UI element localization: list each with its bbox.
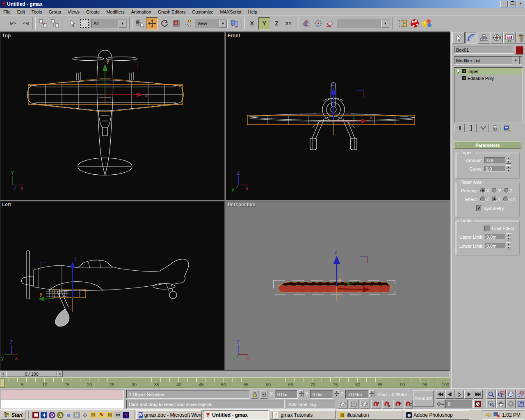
viewport-top-label[interactable]: Top	[2, 33, 11, 39]
track-bar[interactable]: 5101520253035404550556065707580859095100	[0, 377, 450, 388]
tab-utilities[interactable]	[516, 32, 525, 43]
limit-effect-checkbox[interactable]	[484, 226, 490, 231]
arc-rotate-button[interactable]	[506, 399, 516, 408]
track-view-button[interactable]	[324, 18, 336, 30]
lower-limit-field[interactable]: 0.0m	[485, 243, 505, 249]
rectangular-selection-button[interactable]	[79, 18, 90, 30]
left-viewport-canvas[interactable]: z y Z y x	[0, 201, 224, 370]
remove-modifier-button[interactable]	[490, 124, 500, 132]
material-editor-button[interactable]	[409, 18, 420, 30]
effect-z-radio[interactable]	[480, 196, 486, 202]
primary-z-radio[interactable]	[504, 188, 509, 193]
expand-icon[interactable]: +	[462, 76, 466, 80]
current-frame-marker[interactable]	[0, 378, 5, 388]
selection-filter-dropdown[interactable]: All ▼	[91, 19, 127, 28]
menu-item[interactable]: File	[0, 9, 14, 15]
select-and-manipulate-button[interactable]	[183, 18, 194, 30]
pin-stack-button[interactable]	[454, 124, 465, 132]
undo-button[interactable]	[8, 18, 19, 30]
snap-toggle-button[interactable]: 3	[371, 400, 381, 409]
render-button[interactable]	[421, 18, 432, 30]
pan-button[interactable]	[496, 399, 506, 408]
next-frame-button[interactable]	[464, 390, 473, 399]
play-button[interactable]	[455, 390, 464, 399]
spinner-snap-button[interactable]	[404, 400, 413, 409]
effect-y-radio[interactable]	[492, 196, 497, 202]
unlink-button[interactable]	[49, 18, 60, 30]
use-pivot-center-button[interactable]	[229, 18, 240, 30]
tray-clock[interactable]: 1:02 PM	[502, 412, 520, 418]
move-gizmo[interactable]: z y	[38, 256, 77, 312]
menu-item[interactable]: Group	[45, 9, 64, 15]
y-spinner[interactable]: ▲▼	[334, 390, 339, 397]
menu-item[interactable]: Views	[64, 9, 83, 15]
time-slider[interactable]: < 0 / 100 >	[0, 370, 450, 377]
object-name-field[interactable]: Box01	[454, 46, 513, 54]
select-and-move-button[interactable]	[146, 17, 158, 30]
tab-display[interactable]	[503, 32, 516, 43]
menu-item[interactable]: Create	[83, 9, 103, 15]
x-coord-field[interactable]: 0.0m	[275, 390, 298, 399]
front-viewport-canvas[interactable]: z x Z x y	[226, 32, 450, 200]
quicklaunch-folder-edit-icon[interactable]: ✎	[98, 412, 105, 418]
restrict-x-button[interactable]: X	[247, 18, 258, 30]
named-selection-dropdown[interactable]: ▼	[337, 19, 390, 28]
restrict-z-button[interactable]: Z	[271, 18, 282, 30]
quicklaunch-computer-icon[interactable]: ⌸	[73, 412, 80, 418]
angle-snap-button[interactable]	[382, 400, 392, 409]
tab-motion[interactable]	[491, 32, 503, 43]
stack-item-editable-poly[interactable]: + Editable Poly	[454, 75, 523, 82]
y-coord-field[interactable]: 0.0m	[310, 390, 333, 399]
select-by-name-button[interactable]	[134, 18, 145, 30]
redo-button[interactable]	[20, 18, 31, 30]
primary-y-radio[interactable]	[492, 188, 497, 193]
maximize-button[interactable]	[509, 1, 516, 7]
symmetry-checkbox[interactable]: ✓	[476, 205, 482, 211]
amount-field[interactable]: -0.9	[484, 157, 505, 163]
move-gizmo[interactable]: z y x	[333, 249, 374, 301]
tab-modify[interactable]	[465, 32, 477, 43]
previous-frame-button[interactable]	[445, 390, 454, 399]
quicklaunch-circle-o-icon[interactable]: O	[49, 412, 55, 418]
viewport-front-label[interactable]: Front	[228, 33, 240, 39]
primary-x-radio[interactable]	[480, 188, 486, 193]
current-frame-field[interactable]: 0	[445, 400, 472, 408]
named-selection-sets-button[interactable]	[397, 18, 408, 30]
animate-button[interactable]: Animate	[413, 390, 434, 407]
quicklaunch-cube-icon[interactable]: ◇	[82, 412, 88, 418]
select-link-button[interactable]	[37, 18, 48, 30]
select-object-button[interactable]	[67, 18, 78, 30]
task-illustration[interactable]: ▤ illustration	[337, 410, 402, 420]
viewport-perspective[interactable]: Perspective z y x	[226, 201, 450, 370]
maxscript-mini-listener[interactable]	[1, 390, 124, 409]
make-unique-button[interactable]	[478, 124, 488, 132]
quicklaunch-ie-icon[interactable]: e	[65, 412, 72, 418]
start-button[interactable]: Start	[1, 410, 25, 420]
upper-limit-spinner[interactable]: ▲▼	[506, 233, 511, 240]
mirror-button[interactable]	[301, 18, 312, 30]
viewport-left-label[interactable]: Left	[2, 202, 11, 208]
upper-limit-field[interactable]: 0.0m	[485, 234, 505, 240]
lower-limit-spinner[interactable]: ▲▼	[506, 242, 511, 249]
listener-input-row[interactable]	[1, 399, 123, 409]
degradation-override-button[interactable]	[338, 400, 348, 409]
viewport-top[interactable]: Top	[0, 32, 225, 200]
move-gizmo[interactable]: y x	[103, 58, 147, 98]
quicklaunch-drive-icon[interactable]: ▭	[114, 412, 121, 418]
tab-create[interactable]	[452, 32, 465, 43]
show-end-result-button[interactable]	[466, 124, 477, 132]
move-gizmo[interactable]: z x	[331, 81, 372, 135]
close-button[interactable]: ×	[517, 1, 524, 7]
quicklaunch-clock-icon[interactable]: ◷	[57, 412, 64, 418]
time-slider-next-button[interactable]: >	[57, 371, 63, 377]
network-error-icon[interactable]	[493, 412, 500, 418]
modifier-list-dropdown[interactable]: Modifier List ▼	[454, 56, 522, 65]
menu-item[interactable]: Animation	[128, 9, 155, 15]
quicklaunch-gmax-icon[interactable]: Y	[123, 412, 129, 418]
quicklaunch-numeral4-icon[interactable]: 4	[41, 412, 47, 418]
volume-icon[interactable]	[486, 412, 491, 418]
x-spinner[interactable]: ▲▼	[299, 390, 304, 397]
listener-macro-row[interactable]	[1, 390, 123, 399]
select-and-rotate-button[interactable]	[159, 18, 170, 30]
zoom-extents-button[interactable]	[506, 390, 516, 399]
